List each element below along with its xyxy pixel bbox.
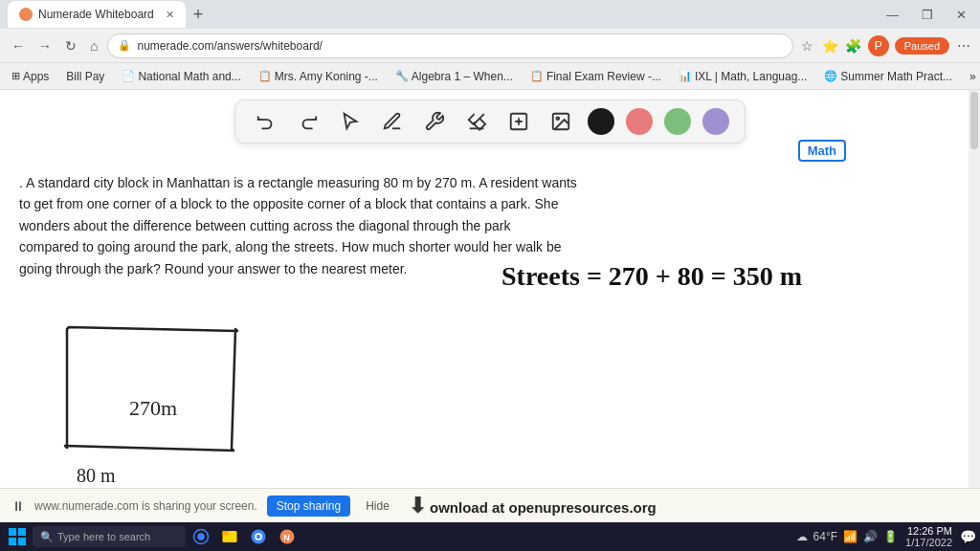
- paused-btn[interactable]: Paused: [895, 37, 949, 55]
- bm-amy-label: Mrs. Amy Koning -...: [275, 70, 378, 83]
- text-btn[interactable]: [503, 106, 534, 137]
- redo-btn[interactable]: [293, 106, 323, 137]
- extensions-icon[interactable]: 🧩: [845, 37, 862, 55]
- forward-btn[interactable]: →: [34, 34, 56, 57]
- pencil-btn[interactable]: [377, 106, 408, 137]
- svg-point-14: [256, 535, 261, 540]
- lock-icon: 🔒: [118, 39, 131, 52]
- svg-rect-7: [18, 538, 26, 545]
- equation-area: Streets = 270 + 80 = 350 m: [501, 243, 942, 304]
- bm-billpay[interactable]: Bill Pay: [62, 68, 108, 85]
- bookmarks-bar: ⊞ Apps Bill Pay 📄 National Math and... 📋…: [0, 63, 980, 90]
- hide-btn[interactable]: Hide: [360, 496, 395, 517]
- tools-btn[interactable]: [419, 106, 450, 137]
- close-btn[interactable]: ✕: [950, 8, 972, 22]
- bm-finalexam[interactable]: 📋 Final Exam Review -...: [526, 68, 665, 85]
- nav-bar: ← → ↻ ⌂ 🔒 numerade.com/answers/whiteboar…: [0, 29, 980, 63]
- bm-more-label: »: [969, 70, 976, 83]
- bm-amy-icon: 📋: [258, 70, 272, 82]
- bm-apps-label: Apps: [23, 70, 49, 83]
- address-bar[interactable]: 🔒 numerade.com/answers/whiteboard/: [107, 33, 792, 58]
- image-btn[interactable]: [546, 106, 576, 137]
- system-icons: ☁ 64°F 📶 🔊 🔋: [796, 530, 898, 543]
- clock-time: 12:26 PM: [905, 525, 952, 537]
- windows-logo: [9, 528, 26, 545]
- taskbar-cortana[interactable]: [188, 523, 214, 550]
- tab-close-btn[interactable]: ✕: [166, 9, 174, 21]
- bm-amy[interactable]: 📋 Mrs. Amy Koning -...: [255, 68, 382, 85]
- chrome-icon: [250, 528, 267, 545]
- home-btn[interactable]: ⌂: [86, 34, 101, 57]
- diagram-area: 270m 80 m: [19, 310, 249, 505]
- status-bar: ⏸ www.numerade.com is sharing your scree…: [0, 488, 980, 522]
- explorer-icon: [221, 528, 238, 545]
- color-black[interactable]: [588, 108, 614, 135]
- whiteboard-area[interactable]: Math: [0, 90, 980, 551]
- math-tab-indicator: Math: [798, 140, 846, 162]
- new-tab-btn[interactable]: +: [186, 5, 212, 25]
- browser-tab[interactable]: Numerade Whiteboard ✕: [8, 1, 186, 28]
- color-green[interactable]: [664, 108, 691, 135]
- stop-sharing-btn[interactable]: Stop sharing: [267, 496, 350, 517]
- temperature-text: 64°F: [813, 530, 837, 543]
- scrollbar[interactable]: [969, 90, 980, 551]
- svg-rect-5: [18, 528, 26, 536]
- height-label: 80 m: [77, 465, 116, 486]
- start-btn[interactable]: [4, 523, 31, 550]
- bm-ixl[interactable]: 📊 IXL | Math, Languag...: [675, 68, 811, 85]
- taskbar-chrome[interactable]: [245, 523, 272, 550]
- taskbar-clock[interactable]: 12:26 PM 1/17/2022: [905, 525, 952, 548]
- eraser-btn[interactable]: [461, 106, 492, 137]
- settings-icon[interactable]: ⋯: [955, 37, 972, 55]
- undo-btn[interactable]: [251, 106, 281, 137]
- select-btn[interactable]: [335, 106, 366, 137]
- nav-right-controls: ☆ ⭐ 🧩 P Paused ⋯: [799, 35, 972, 56]
- taskbar-explorer[interactable]: [216, 523, 243, 550]
- star-icon[interactable]: ☆: [799, 37, 816, 55]
- bm-algebra-label: Algebra 1 – When...: [412, 70, 513, 83]
- svg-point-3: [556, 117, 559, 120]
- bm-ixl-label: IXL | Math, Languag...: [695, 70, 807, 83]
- numerade-icon: N: [278, 528, 296, 545]
- clock-date: 1/17/2022: [905, 537, 952, 548]
- sharing-text: www.numerade.com is sharing your screen.: [34, 499, 257, 513]
- bm-more[interactable]: »: [966, 68, 980, 85]
- refresh-btn[interactable]: ↻: [61, 34, 80, 57]
- maximize-btn[interactable]: ❐: [916, 8, 939, 22]
- diagram-svg: 270m 80 m: [19, 310, 249, 501]
- taskbar-numerade[interactable]: N: [274, 523, 301, 550]
- search-label: Type here to search: [57, 531, 150, 542]
- wifi-icon: 📶: [843, 530, 858, 543]
- color-purple[interactable]: [702, 108, 729, 135]
- bm-summer-math-icon: 🌐: [824, 70, 837, 82]
- svg-rect-4: [9, 528, 16, 536]
- bm-algebra[interactable]: 🔧 Algebra 1 – When...: [391, 68, 517, 85]
- back-btn[interactable]: ←: [8, 34, 29, 57]
- notification-icon[interactable]: 💬: [960, 529, 976, 544]
- bm-summer-math[interactable]: 🌐 Summer Math Pract...: [820, 68, 956, 85]
- tab-favicon: [19, 8, 33, 21]
- bm-algebra-icon: 🔧: [395, 70, 409, 82]
- svg-rect-6: [9, 538, 16, 545]
- taskbar-search[interactable]: 🔍 Type here to search: [33, 526, 186, 547]
- bm-apps[interactable]: ⊞ Apps: [8, 68, 53, 85]
- problem-line1: . A standard city block in Manhattan is …: [19, 172, 651, 193]
- color-red[interactable]: [626, 108, 653, 135]
- title-bar: Numerade Whiteboard ✕ + — ❐ ✕: [0, 0, 980, 29]
- bm-national-math[interactable]: 📄 National Math and...: [118, 68, 244, 85]
- collections-icon[interactable]: ⭐: [822, 37, 839, 55]
- problem-line3: wonders about the difference between cut…: [19, 215, 651, 236]
- drawing-toolbar: [234, 99, 746, 143]
- svg-point-9: [197, 533, 205, 540]
- scrollbar-thumb[interactable]: [970, 92, 978, 149]
- profile-icon[interactable]: P: [868, 35, 889, 56]
- minimize-btn[interactable]: —: [880, 8, 904, 22]
- taskbar-system-tray: ☁ 64°F 📶 🔊 🔋 12:26 PM 1/17/2022 💬: [796, 525, 976, 548]
- taskbar: 🔍 Type here to search N ☁ 64°F 📶: [0, 522, 980, 551]
- battery-icon: 🔋: [883, 530, 898, 543]
- bm-summer-math-label: Summer Math Pract...: [840, 70, 952, 83]
- apps-bm-icon: ⊞: [11, 70, 20, 82]
- weather-icon: ☁: [796, 530, 808, 543]
- problem-line2: to get from one corner of a block to the…: [19, 193, 651, 214]
- equation-svg: Streets = 270 + 80 = 350 m: [501, 243, 942, 300]
